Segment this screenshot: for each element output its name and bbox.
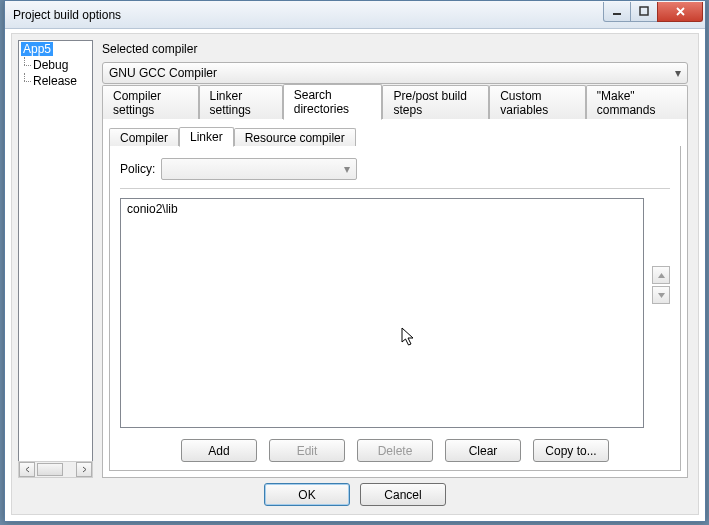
subtab-resource-compiler[interactable]: Resource compiler [234,128,356,147]
tab-make-commands[interactable]: "Make" commands [586,85,688,120]
window-title: Project build options [13,8,604,22]
window-controls [604,2,703,22]
client-area: App5 Debug Release Selected compiler GNU… [11,33,699,515]
delete-button[interactable]: Delete [357,439,433,462]
chevron-down-icon: ▾ [344,162,350,176]
dialog-button-row: OK Cancel [12,483,698,506]
close-button[interactable] [657,2,703,22]
policy-combo[interactable]: ▾ [161,158,357,180]
copy-to-button[interactable]: Copy to... [533,439,609,462]
titlebar[interactable]: Project build options [5,1,705,29]
scroll-left-button[interactable] [19,462,35,477]
right-pane: Selected compiler GNU GCC Compiler ▾ Com… [102,40,692,478]
scroll-thumb[interactable] [37,463,63,476]
sub-tab-body: Policy: ▾ conio2\lib [109,146,681,471]
sub-tabstrip: Compiler Linker Resource compiler [109,127,681,147]
add-button[interactable]: Add [181,439,257,462]
edit-button[interactable]: Edit [269,439,345,462]
tab-search-directories[interactable]: Search directories [283,84,383,120]
subtab-compiler[interactable]: Compiler [109,128,179,147]
chevron-down-icon: ▾ [675,66,681,80]
move-down-button[interactable] [652,286,670,304]
separator [120,188,670,189]
maximize-button[interactable] [630,2,658,22]
tree-hscrollbar[interactable] [18,461,93,478]
directories-listbox[interactable]: conio2\lib [120,198,644,428]
selected-compiler-label: Selected compiler [102,42,197,56]
svg-rect-0 [613,13,621,15]
tree-root[interactable]: App5 [19,41,92,57]
main-tabstrip: Compiler settings Linker settings Search… [102,98,688,120]
compiler-combo[interactable]: GNU GCC Compiler ▾ [102,62,688,84]
tab-pre-post-build[interactable]: Pre/post build steps [382,85,489,120]
move-up-button[interactable] [652,266,670,284]
scroll-right-button[interactable] [76,462,92,477]
reorder-buttons [652,266,670,306]
cancel-button[interactable]: Cancel [360,483,446,506]
main-tab-body: Compiler Linker Resource compiler Policy… [102,119,688,478]
subtab-linker[interactable]: Linker [179,127,234,147]
list-item[interactable]: conio2\lib [125,201,639,217]
svg-rect-1 [640,7,648,15]
dialog-window: Project build options App5 Debug Release… [4,0,706,522]
tab-custom-variables[interactable]: Custom variables [489,85,586,120]
clear-button[interactable]: Clear [445,439,521,462]
tree-item-release[interactable]: Release [19,73,92,89]
minimize-button[interactable] [603,2,631,22]
list-button-row: Add Edit Delete Clear Copy to... [110,439,680,462]
target-tree[interactable]: App5 Debug Release [18,40,93,462]
ok-button[interactable]: OK [264,483,350,506]
scroll-track[interactable] [35,463,76,476]
tab-linker-settings[interactable]: Linker settings [199,85,283,120]
policy-label: Policy: [120,162,155,176]
tab-compiler-settings[interactable]: Compiler settings [102,85,199,120]
tree-item-debug[interactable]: Debug [19,57,92,73]
compiler-combo-value: GNU GCC Compiler [109,66,217,80]
